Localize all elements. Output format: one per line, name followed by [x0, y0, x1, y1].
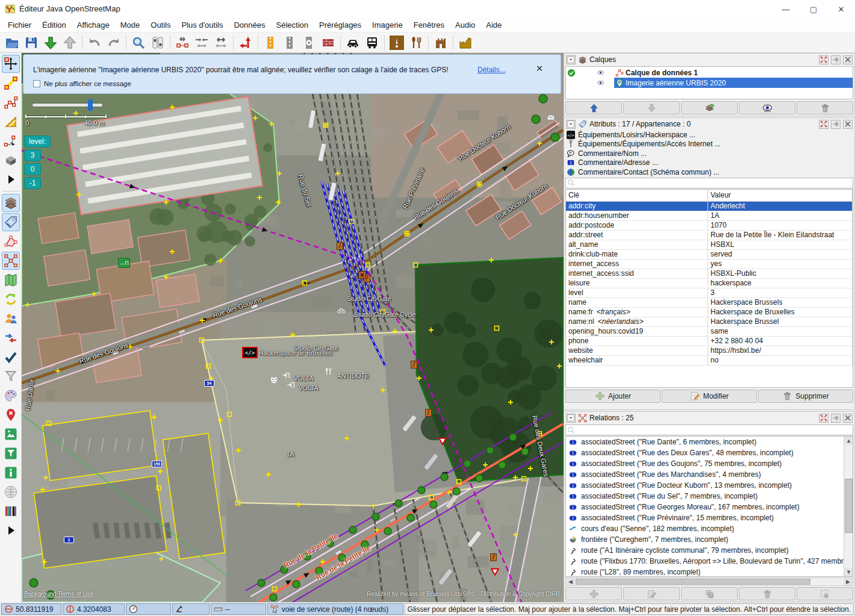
more-tools-button[interactable]	[2, 521, 20, 540]
relations-collapse-icon[interactable]	[566, 414, 576, 423]
preset-link[interactable]: </>Équipements/Loisirs/Hackerspace ...	[564, 130, 854, 140]
search-button[interactable]	[129, 34, 148, 52]
menu-s-lection[interactable]: Sélection	[271, 19, 314, 31]
changeset-button[interactable]	[2, 290, 20, 308]
tag-row[interactable]: phone+32 2 880 40 04	[566, 337, 853, 346]
tag-row[interactable]: websitehttps://hsbxl.be/	[566, 346, 853, 356]
scroll-right-icon[interactable]: ▶	[844, 578, 853, 585]
tag-row[interactable]: level3	[566, 288, 853, 298]
layers-pin-icon[interactable]	[831, 55, 841, 64]
tags-search-input[interactable]	[565, 178, 853, 188]
wikipedia-button[interactable]	[2, 483, 20, 501]
map-canvas[interactable]: L'imagerie aérienne "Imagerie aérienne U…	[22, 53, 564, 602]
tags-panel-button[interactable]	[2, 213, 20, 231]
relations-search-input[interactable]	[565, 425, 853, 435]
tag-row[interactable]: addr:housenumber1A	[566, 211, 853, 221]
move-layer-down-button[interactable]	[623, 101, 680, 114]
move-tool-button[interactable]	[2, 55, 20, 73]
add-relation-button[interactable]	[565, 587, 622, 600]
vscroll-thumb[interactable]	[845, 479, 853, 533]
preset-link[interactable]: Équipements/Équipements/Accès Internet .…	[564, 140, 854, 149]
map-zoom-slider[interactable]	[33, 104, 102, 107]
scroll-down-icon[interactable]: ▼	[844, 568, 853, 576]
imagery-filter-button[interactable]	[2, 444, 20, 462]
minimap-button[interactable]	[2, 271, 20, 289]
draw-way-button[interactable]	[2, 93, 20, 111]
supprimer-tag-button[interactable]: Supprimer	[758, 390, 853, 403]
roundabout-button[interactable]	[300, 34, 318, 52]
imagery-menu-button[interactable]	[2, 425, 20, 443]
menu-fichier[interactable]: Fichier	[2, 19, 37, 31]
preset-link[interactable]: Commentaire/Contact (Schéma commun) ...	[564, 167, 854, 177]
upload-button[interactable]	[61, 34, 79, 52]
tag-row[interactable]: addr:postcode1070	[566, 221, 853, 231]
imagery-info-button[interactable]	[2, 464, 20, 482]
relations-detach-icon[interactable]	[819, 414, 829, 423]
filter-button[interactable]	[2, 367, 20, 385]
relation-row[interactable]: 1associatedStreet ("Rue Dante", 6 membre…	[566, 437, 844, 447]
menu-affichage[interactable]: Affichage	[72, 19, 115, 31]
works-button[interactable]	[456, 34, 474, 52]
duplicate-relation-button[interactable]	[681, 587, 738, 600]
tags-close-icon[interactable]	[843, 120, 853, 129]
extrude-button[interactable]	[2, 151, 20, 169]
background-terms-link[interactable]: Background Terms of Use	[24, 591, 93, 597]
relation-row[interactable]: route ("A1 Itinéraire cycliste communal"…	[566, 545, 844, 556]
hscroll-thumb[interactable]	[576, 579, 810, 585]
tags-pin-icon[interactable]	[831, 120, 841, 129]
selection-panel-button[interactable]	[2, 232, 20, 250]
conflicts-button[interactable]	[2, 329, 20, 347]
modifier-tag-button[interactable]: Modifier	[662, 390, 757, 403]
banner-details-link[interactable]: Détails...	[477, 66, 506, 74]
preset-link[interactable]: 1Commentaire/Adresse ...	[564, 158, 854, 168]
toggle-visibility-button[interactable]	[739, 101, 795, 114]
car-button[interactable]	[344, 34, 362, 52]
layer-row[interactable]: Imagerie aérienne URBIS 2020	[566, 78, 853, 88]
relation-row[interactable]: 1associatedStreet ("Rue Georges Moreau",…	[566, 502, 844, 512]
menu-plus-d-outils[interactable]: Plus d'outils	[176, 19, 229, 31]
more-tools-button[interactable]	[2, 170, 20, 188]
ajouter-tag-button[interactable]: Ajouter	[565, 390, 661, 403]
tag-row[interactable]: addr:streetRue de la Petite Île - Klein …	[566, 231, 853, 240]
tag-row[interactable]: leisurehackerspace	[566, 279, 853, 288]
relation-row[interactable]: route ("L28", 89 membres, incomplet)	[566, 567, 844, 577]
menu-fen-tres[interactable]: Fenêtres	[408, 19, 450, 31]
mapstyle-button[interactable]	[2, 387, 20, 405]
relation-row[interactable]: 1associatedStreet ("Rue des Goujons", 75…	[566, 458, 844, 469]
layer-row[interactable]: Calque de données 1	[566, 67, 853, 78]
undo-button[interactable]	[86, 34, 104, 52]
castle-button[interactable]	[432, 34, 450, 52]
maximize-button[interactable]: ▢	[800, 0, 827, 18]
level-button-0[interactable]: 0	[24, 163, 41, 175]
relations-pin-icon[interactable]	[831, 414, 841, 423]
relations-panel-button[interactable]	[2, 252, 20, 270]
layers-panel-button[interactable]	[2, 194, 20, 212]
wall-button[interactable]	[319, 34, 337, 52]
menu-imagerie[interactable]: Imagerie	[367, 19, 408, 31]
tag-row[interactable]: internet_accessyes	[566, 260, 853, 269]
restaurant-button[interactable]	[407, 34, 425, 52]
menu-mode[interactable]: Mode	[115, 19, 146, 31]
menu-aide[interactable]: Aide	[480, 19, 507, 31]
tags-collapse-icon[interactable]	[566, 120, 576, 129]
move-layer-up-button[interactable]	[565, 101, 622, 114]
poi-warning-button[interactable]	[388, 34, 406, 52]
relation-row[interactable]: frontière ("Cureghem", 7 membres, incomp…	[566, 534, 844, 545]
bus-button[interactable]	[363, 34, 381, 52]
authors-button[interactable]	[2, 310, 20, 328]
scroll-up-icon[interactable]: ▲	[844, 437, 853, 445]
menu-pr-r-glages[interactable]: Préréglages	[314, 19, 367, 31]
tag-row[interactable]: opening_hours:covid19same	[566, 327, 853, 337]
relation-row[interactable]: route ("Flixbus 1770: Bruxelles, Aéropor…	[566, 556, 844, 567]
preset-link[interactable]: Commentaire/Nom ...	[564, 149, 854, 158]
validator-button[interactable]	[2, 348, 20, 366]
preferences-button[interactable]	[149, 34, 167, 52]
select-relation-button[interactable]	[797, 587, 853, 600]
menu-outils[interactable]: Outils	[145, 19, 176, 31]
road-unclassified-button[interactable]	[281, 34, 299, 52]
notes-button[interactable]	[2, 406, 20, 424]
tag-row[interactable]: internet_access:ssidHSBXL-Public	[566, 269, 853, 279]
layers-collapse-icon[interactable]	[566, 55, 576, 64]
merge-nodes-button[interactable]	[193, 34, 211, 52]
banner-close-icon[interactable]: ✕	[534, 63, 545, 74]
